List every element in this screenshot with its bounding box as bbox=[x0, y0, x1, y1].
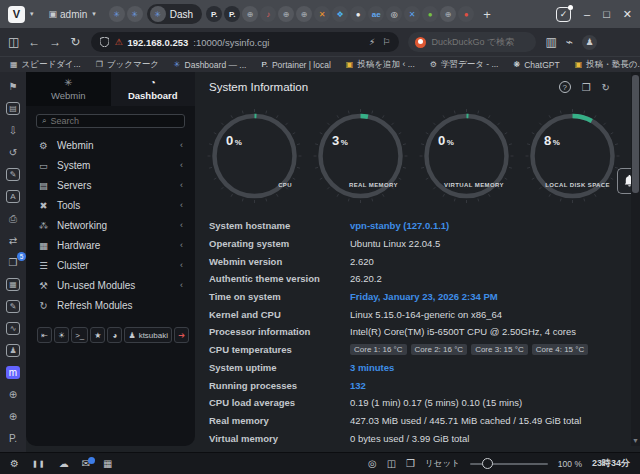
tab-x-orange[interactable]: ✕ bbox=[314, 6, 330, 22]
bookmark-portainer[interactable]: P.Portainer | local bbox=[261, 60, 330, 70]
tab-github[interactable]: ● bbox=[350, 6, 366, 22]
logout-button[interactable]: ➔ bbox=[174, 327, 189, 343]
print-panel-icon[interactable]: ⎙ bbox=[6, 212, 20, 225]
search-bar[interactable] bbox=[408, 32, 536, 52]
maximize-button[interactable]: □ bbox=[603, 8, 610, 20]
tab-green[interactable]: ● bbox=[422, 6, 438, 22]
zoom-slider-knob[interactable] bbox=[482, 458, 493, 469]
capture-icon[interactable]: ◎ bbox=[368, 458, 377, 469]
search-input[interactable] bbox=[431, 37, 531, 47]
tab-red[interactable]: ● bbox=[458, 6, 474, 22]
bookmark-page-icon[interactable]: ⚐ bbox=[382, 37, 390, 47]
close-button[interactable]: ✕ bbox=[623, 8, 632, 21]
refresh-icon[interactable]: ↻ bbox=[602, 82, 610, 93]
tab-portainer-2[interactable]: P. bbox=[224, 6, 240, 22]
tab-dashboard[interactable]: ✳Dash bbox=[147, 4, 202, 24]
terminal-button[interactable]: >_ bbox=[71, 327, 88, 343]
sidebar-search-input[interactable] bbox=[50, 116, 179, 126]
scrollbar[interactable]: ▼ bbox=[631, 72, 640, 446]
contacts-panel-icon[interactable]: ♟ bbox=[6, 344, 20, 357]
vivaldi-menu-button[interactable]: V bbox=[8, 6, 25, 23]
tab-webmin[interactable]: ✳ Webmin bbox=[26, 72, 111, 106]
tiling-icon[interactable]: ◫ bbox=[387, 458, 396, 469]
scroll-down-icon[interactable]: ▼ bbox=[632, 437, 639, 444]
theme-button[interactable]: ◕ bbox=[107, 327, 122, 343]
cloud-icon[interactable]: ☁ bbox=[59, 458, 69, 469]
sync-panel-icon[interactable]: ⇄ bbox=[6, 234, 20, 247]
row-value-link[interactable]: vpn-stanby (127.0.1.1) bbox=[350, 220, 449, 231]
reading-list-panel-icon[interactable]: ▤ bbox=[6, 102, 20, 115]
row-value-link[interactable]: 3 minutes bbox=[350, 362, 394, 373]
collapse-sidebar-button[interactable]: ⇤ bbox=[37, 327, 52, 343]
bookmark-learning-data[interactable]: ⚙学習データ - ... bbox=[430, 59, 499, 71]
row-value-link[interactable]: Friday, January 23, 2026 2:34 PM bbox=[350, 291, 498, 302]
web-panel-2[interactable]: ⊕ bbox=[6, 410, 20, 423]
favorites-button[interactable]: ★ bbox=[90, 327, 105, 343]
sidebar-item-tools[interactable]: ✖Tools‹ bbox=[26, 195, 195, 215]
back-icon[interactable]: ← bbox=[28, 35, 40, 49]
tab-x-blue[interactable]: ✕ bbox=[404, 6, 420, 22]
sidebar-item-servers[interactable]: ▤Servers‹ bbox=[26, 175, 195, 195]
sidebar-item-webmin[interactable]: ⚙Webmin‹ bbox=[26, 135, 195, 155]
tab-translate[interactable]: ae bbox=[368, 6, 384, 22]
row-value-link[interactable]: 132 bbox=[350, 380, 366, 391]
zoom-reset-button[interactable]: リセット bbox=[425, 458, 460, 470]
address-bar[interactable]: ⚠ 192.168.0.253 :10000/sysinfo.cgi ⚡ ⚐ bbox=[91, 32, 399, 52]
tab-webmin-1[interactable]: ✳ bbox=[109, 6, 125, 22]
zoom-slider[interactable] bbox=[470, 463, 548, 465]
mastodon-panel-icon[interactable]: m bbox=[6, 366, 20, 379]
portainer-panel-icon[interactable]: P. bbox=[6, 432, 20, 445]
mail-panel-icon[interactable]: ❐5 bbox=[6, 256, 20, 269]
tab-kde[interactable]: ❖ bbox=[332, 6, 348, 22]
downloads-panel-icon[interactable]: ⇩ bbox=[6, 124, 20, 137]
tab-webmin-2[interactable]: ✳ bbox=[127, 6, 143, 22]
tab-site-2[interactable]: ⊕ bbox=[278, 6, 294, 22]
history-panel-icon[interactable]: ↺ bbox=[6, 146, 20, 159]
bookmarks-panel-icon[interactable]: ⚑ bbox=[6, 80, 20, 93]
tab-site-3[interactable]: ⊕ bbox=[296, 6, 312, 22]
forward-icon[interactable]: → bbox=[49, 35, 61, 49]
tasks-button[interactable]: ✓ bbox=[556, 7, 571, 22]
tab-site-4[interactable]: ⊕ bbox=[440, 6, 456, 22]
translate-panel-icon[interactable]: A bbox=[6, 190, 20, 203]
sidebar-search[interactable]: ⌕ bbox=[36, 114, 185, 128]
sidebar-item-hardware[interactable]: ▦Hardware‹ bbox=[26, 235, 195, 255]
copy-icon[interactable]: ❐ bbox=[582, 82, 591, 93]
trash-tabs-icon[interactable]: ▥ bbox=[545, 35, 556, 49]
tab-dashboard[interactable]: ◔ Dashboard bbox=[111, 72, 196, 106]
settings-icon[interactable]: ⚙ bbox=[10, 458, 19, 469]
tab-target[interactable]: ◎ bbox=[386, 6, 402, 22]
user-button[interactable]: ♟ktsubaki bbox=[124, 327, 172, 343]
bookmark-chatgpt[interactable]: ❋ChatGPT bbox=[513, 60, 559, 70]
page-actions-icon[interactable]: ❐ bbox=[406, 458, 415, 469]
night-mode-button[interactable]: ☀ bbox=[54, 327, 69, 343]
extension-icon[interactable]: ⌁ bbox=[566, 35, 573, 49]
new-tab-button[interactable]: + bbox=[483, 7, 491, 22]
tasks-panel-icon[interactable]: ✎ bbox=[6, 300, 20, 313]
sidebar-item-networking[interactable]: ⁂Networking‹ bbox=[26, 215, 195, 235]
bookmark-post-juku[interactable]: ▣投稿・塾長の... bbox=[575, 59, 640, 71]
reload-icon[interactable]: ↻ bbox=[70, 35, 80, 49]
browser-profile-avatar[interactable]: ♟ bbox=[582, 35, 597, 50]
notes-panel-icon[interactable]: ✎ bbox=[6, 168, 20, 181]
sidebar-item-system[interactable]: ▭System‹ bbox=[26, 155, 195, 175]
tab-music[interactable]: ♪ bbox=[260, 6, 276, 22]
panel-toggle-icon[interactable]: ◫ bbox=[8, 35, 19, 49]
mail-icon[interactable]: ✉ bbox=[82, 458, 90, 469]
bookmark-dashboard[interactable]: ✳Dashboard — ... bbox=[174, 60, 247, 70]
pause-icon[interactable]: ❚❚ bbox=[32, 460, 46, 468]
sidebar-item-refresh-modules[interactable]: ↻Refresh Modules bbox=[26, 295, 195, 315]
calendar-icon[interactable]: ▦ bbox=[103, 458, 112, 469]
tab-site-1[interactable]: ⊕ bbox=[242, 6, 258, 22]
calendar-panel-icon[interactable]: ▦ bbox=[6, 278, 20, 291]
shield-icon[interactable] bbox=[100, 37, 109, 47]
bookmark-folder[interactable]: ❐ブックマーク bbox=[96, 59, 159, 71]
sidebar-item-unused-modules[interactable]: ⚒Un-used Modules‹ bbox=[26, 275, 195, 295]
feed-panel-icon[interactable]: ∿ bbox=[6, 322, 20, 335]
scrollbar-thumb[interactable] bbox=[632, 75, 639, 193]
profile-chip[interactable]: ▣ admin ▾ bbox=[49, 9, 98, 20]
web-panel-1[interactable]: ⊕ bbox=[6, 388, 20, 401]
help-icon[interactable]: ? bbox=[559, 81, 571, 93]
minimize-button[interactable]: – bbox=[584, 8, 590, 20]
tab-portainer-1[interactable]: P. bbox=[206, 6, 222, 22]
